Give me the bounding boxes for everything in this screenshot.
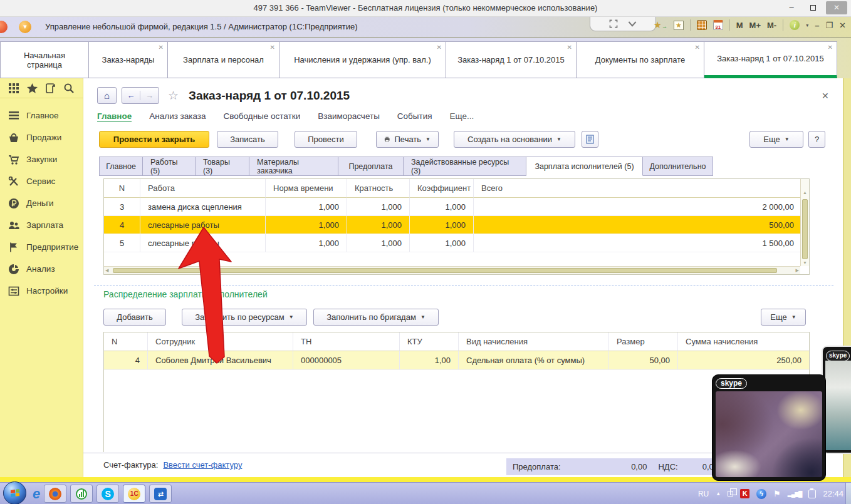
navlink-order-analysis[interactable]: Анализ заказа — [149, 111, 206, 122]
tab-work-orders[interactable]: Заказ-наряды✕ — [89, 41, 168, 78]
post-button[interactable]: Провести — [295, 131, 357, 148]
tab-home[interactable]: Начальная страница — [0, 41, 89, 78]
scroll-left-icon[interactable]: ◀ — [105, 268, 108, 273]
subtab-prepayment[interactable]: Предоплата — [338, 157, 404, 176]
green-app-icon[interactable] — [70, 485, 93, 503]
tab-close-icon[interactable]: ✕ — [695, 44, 700, 51]
scroll-down-icon[interactable]: ▼ — [803, 260, 807, 265]
favorites-star-icon[interactable] — [26, 83, 38, 94]
menu-circle-icon[interactable]: ▾ — [19, 21, 31, 33]
subtab-main[interactable]: Главное — [99, 157, 143, 176]
tab-salary-personnel[interactable]: Зарплата и персонал✕ — [168, 41, 279, 78]
action-center-flag-icon[interactable]: ⚑ — [773, 489, 781, 498]
print-button[interactable]: Печать▼ — [376, 131, 439, 148]
sidebar-item-salary[interactable]: Зарплата — [0, 214, 83, 236]
apps-grid-icon[interactable] — [8, 83, 19, 94]
sidebar-item-enterprise[interactable]: Предприятие — [0, 236, 83, 258]
network-signal-icon[interactable]: ▂▄▆█ — [788, 491, 802, 497]
navlink-free-stock[interactable]: Свободные остатки — [224, 111, 301, 122]
show-hidden-icons[interactable]: ▲ — [716, 491, 721, 496]
navlink-main[interactable]: Главное — [97, 111, 132, 122]
navlink-settlements[interactable]: Взаиморасчеты — [318, 111, 380, 122]
show-desktop-button[interactable] — [845, 483, 851, 504]
history-icon[interactable] — [45, 83, 56, 94]
subtab-resources[interactable]: Задействованные ресурсы (3) — [404, 157, 526, 176]
memory-minus-button[interactable]: M- — [767, 21, 776, 30]
form-close-icon[interactable]: ✕ — [822, 91, 829, 101]
subtab-goods[interactable]: Товары (3) — [196, 157, 249, 176]
sidebar-item-main[interactable]: Главное — [0, 105, 83, 126]
app-minimize-icon[interactable]: – — [815, 21, 819, 30]
clock[interactable]: 22:44 — [823, 489, 843, 498]
works-table-row-selected[interactable]: 4 слесарные работы 1,000 1,000 1,000 500… — [104, 216, 801, 234]
info-dropdown-icon[interactable]: ▾ — [806, 23, 808, 28]
home-button[interactable]: ⌂ — [97, 87, 117, 104]
tab-close-icon[interactable]: ✕ — [567, 44, 572, 51]
forward-button[interactable]: → — [140, 91, 159, 100]
skype-taskbar-icon[interactable]: S — [97, 485, 119, 503]
app-close-icon[interactable]: ✕ — [839, 21, 846, 30]
scroll-right-icon[interactable]: ▶ — [796, 268, 799, 273]
skype-video-window-small[interactable]: skype — [822, 346, 851, 454]
tab-close-icon[interactable]: ✕ — [828, 44, 833, 51]
favorite-star-icon[interactable]: ☆ — [168, 88, 179, 103]
power-tray-icon[interactable]: ϟ — [756, 489, 766, 499]
tab-work-order-1[interactable]: Заказ-наряд 1 от 07.10.2015✕ — [446, 41, 577, 78]
navlink-events[interactable]: События — [397, 111, 432, 122]
app-restore-icon[interactable]: ❐ — [825, 21, 833, 30]
document-journal-button[interactable] — [582, 131, 598, 148]
language-indicator[interactable]: RU — [698, 490, 709, 498]
clipboard-tray-icon[interactable] — [808, 490, 816, 498]
tab-close-icon[interactable]: ✕ — [270, 44, 275, 51]
add-button[interactable]: Добавить — [103, 309, 166, 326]
memory-button[interactable]: M — [736, 21, 743, 30]
1c-enterprise-icon[interactable]: 1С — [123, 485, 145, 503]
subtab-additional[interactable]: Дополнительно — [643, 157, 713, 176]
dropdown-caret-icon[interactable]: ▼ — [791, 314, 796, 320]
navlink-more[interactable]: Еще... — [450, 111, 474, 122]
subtab-customer-materials[interactable]: Материалы заказчика — [249, 157, 338, 176]
works-table-row[interactable]: 5 слесарные работы 1,000 1,000 1,000 1 5… — [104, 234, 801, 252]
calculator-icon[interactable] — [697, 20, 707, 30]
chevron-down-icon[interactable] — [627, 20, 637, 28]
dropdown-caret-icon[interactable]: ▼ — [426, 136, 431, 142]
tab-salary-documents[interactable]: Документы по зарплате✕ — [577, 41, 704, 78]
subtab-works[interactable]: Работы (5) — [143, 157, 196, 176]
scroll-up-icon[interactable]: ▲ — [803, 190, 807, 195]
dropdown-caret-icon[interactable]: ▼ — [785, 136, 790, 142]
expand-icon[interactable] — [608, 19, 619, 29]
fill-by-brigades-button[interactable]: Заполнить по бригадам▼ — [313, 309, 439, 326]
add-favorite-icon[interactable]: ★→ — [653, 19, 667, 31]
create-based-on-button[interactable]: Создать на основании▼ — [454, 131, 575, 148]
maximize-button[interactable] — [805, 2, 821, 14]
sidebar-item-purchases[interactable]: Закупки — [0, 148, 83, 170]
sidebar-item-settings[interactable]: Настройки — [0, 280, 83, 302]
favorites-icon[interactable]: ★ — [674, 21, 684, 30]
start-button[interactable] — [3, 481, 26, 504]
memory-plus-button[interactable]: M+ — [749, 21, 761, 30]
horizontal-scroll-thumb[interactable] — [113, 268, 777, 273]
invoice-link[interactable]: Ввести счет-фактуру — [163, 460, 242, 470]
vertical-scrollbar[interactable]: ▲ ▼ — [800, 179, 809, 266]
minimize-button[interactable]: – — [783, 2, 800, 14]
dropdown-caret-icon[interactable]: ▼ — [420, 314, 426, 320]
dropdown-caret-icon[interactable]: ▼ — [289, 314, 294, 320]
teamviewer-panel-tab[interactable] — [590, 17, 656, 31]
sidebar-item-analysis[interactable]: Анализ — [0, 258, 83, 280]
salary-more-button[interactable]: Еще▼ — [761, 309, 806, 326]
calendar-icon[interactable]: 31 — [713, 20, 723, 30]
tab-close-icon[interactable]: ✕ — [159, 44, 164, 51]
internet-explorer-icon[interactable]: e — [33, 486, 40, 502]
kaspersky-icon[interactable]: K — [740, 489, 749, 498]
session-icon[interactable] — [0, 21, 8, 33]
works-table-row[interactable]: 3 замена диска сцепления 1,000 1,000 1,0… — [104, 198, 801, 216]
sidebar-item-service[interactable]: Сервис — [0, 170, 83, 192]
subtab-performers-salary[interactable]: Зарплата исполнителей (5) — [526, 157, 643, 176]
sidebar-item-money[interactable]: Деньги — [0, 192, 83, 214]
dropdown-caret-icon[interactable]: ▼ — [556, 136, 561, 142]
post-and-close-button[interactable]: Провести и закрыть — [99, 131, 209, 148]
sidebar-item-sales[interactable]: Продажи — [0, 126, 83, 148]
info-icon[interactable]: i — [790, 20, 800, 30]
close-button[interactable]: ✕ — [826, 1, 847, 14]
back-button[interactable]: ← — [122, 91, 140, 100]
